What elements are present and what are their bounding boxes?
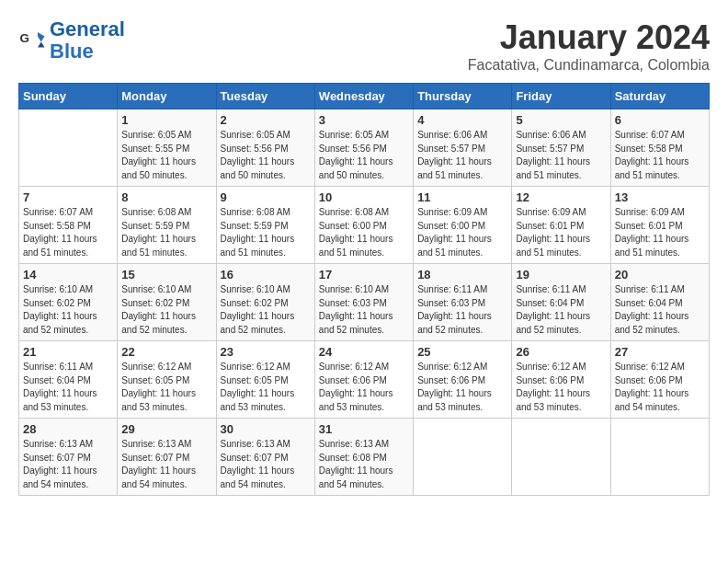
calendar-cell: 6Sunrise: 6:07 AM Sunset: 5:58 PM Daylig…	[610, 109, 709, 187]
day-number: 23	[221, 345, 311, 359]
day-info: Sunrise: 6:12 AM Sunset: 6:06 PM Dayligh…	[615, 361, 705, 414]
day-number: 19	[516, 268, 606, 282]
calendar-cell	[512, 419, 610, 496]
day-info: Sunrise: 6:08 AM Sunset: 5:59 PM Dayligh…	[121, 206, 211, 259]
day-info: Sunrise: 6:07 AM Sunset: 5:58 PM Dayligh…	[615, 129, 705, 182]
calendar-cell: 28Sunrise: 6:13 AM Sunset: 6:07 PM Dayli…	[19, 419, 118, 496]
page-header: G General Blue January 2024 Facatativa, …	[18, 18, 710, 74]
calendar-cell: 17Sunrise: 6:10 AM Sunset: 6:03 PM Dayli…	[314, 264, 413, 341]
day-number: 1	[121, 113, 211, 127]
day-number: 11	[417, 190, 507, 204]
calendar-cell: 21Sunrise: 6:11 AM Sunset: 6:04 PM Dayli…	[19, 341, 118, 419]
day-info: Sunrise: 6:05 AM Sunset: 5:56 PM Dayligh…	[221, 129, 311, 182]
day-number: 13	[615, 190, 705, 204]
svg-marker-1	[38, 32, 45, 42]
day-info: Sunrise: 6:12 AM Sunset: 6:05 PM Dayligh…	[121, 361, 211, 414]
day-number: 28	[23, 422, 113, 436]
day-info: Sunrise: 6:09 AM Sunset: 6:01 PM Dayligh…	[516, 206, 606, 259]
day-info: Sunrise: 6:09 AM Sunset: 6:01 PM Dayligh…	[615, 206, 705, 259]
col-wednesday: Wednesday	[314, 84, 413, 109]
day-number: 6	[615, 113, 705, 127]
col-sunday: Sunday	[19, 84, 118, 109]
month-title: January 2024	[468, 18, 710, 57]
day-info: Sunrise: 6:05 AM Sunset: 5:55 PM Dayligh…	[121, 129, 211, 182]
logo-text: General Blue	[50, 18, 125, 63]
calendar-cell: 13Sunrise: 6:09 AM Sunset: 6:01 PM Dayli…	[610, 187, 709, 264]
day-number: 12	[516, 190, 606, 204]
calendar-cell: 14Sunrise: 6:10 AM Sunset: 6:02 PM Dayli…	[19, 264, 118, 341]
calendar-cell	[414, 419, 512, 496]
day-number: 10	[319, 190, 409, 204]
day-number: 27	[615, 345, 705, 359]
day-info: Sunrise: 6:12 AM Sunset: 6:05 PM Dayligh…	[221, 361, 311, 414]
calendar-cell: 24Sunrise: 6:12 AM Sunset: 6:06 PM Dayli…	[314, 341, 413, 419]
day-number: 25	[417, 345, 507, 359]
day-info: Sunrise: 6:07 AM Sunset: 5:58 PM Dayligh…	[23, 206, 113, 259]
day-number: 9	[221, 190, 311, 204]
day-info: Sunrise: 6:11 AM Sunset: 6:04 PM Dayligh…	[23, 361, 113, 414]
col-thursday: Thursday	[414, 84, 512, 109]
day-info: Sunrise: 6:11 AM Sunset: 6:04 PM Dayligh…	[615, 283, 705, 337]
day-number: 15	[121, 268, 211, 282]
logo: G General Blue	[18, 18, 125, 63]
day-info: Sunrise: 6:10 AM Sunset: 6:02 PM Dayligh…	[121, 283, 211, 337]
calendar-week-row: 21Sunrise: 6:11 AM Sunset: 6:04 PM Dayli…	[19, 341, 710, 419]
day-info: Sunrise: 6:10 AM Sunset: 6:03 PM Dayligh…	[319, 283, 409, 337]
calendar-cell: 31Sunrise: 6:13 AM Sunset: 6:08 PM Dayli…	[314, 419, 413, 496]
calendar-cell	[19, 109, 118, 187]
calendar-cell: 8Sunrise: 6:08 AM Sunset: 5:59 PM Daylig…	[118, 187, 216, 264]
calendar-cell: 12Sunrise: 6:09 AM Sunset: 6:01 PM Dayli…	[512, 187, 610, 264]
calendar-cell: 26Sunrise: 6:12 AM Sunset: 6:06 PM Dayli…	[512, 341, 610, 419]
calendar-week-row: 1Sunrise: 6:05 AM Sunset: 5:55 PM Daylig…	[19, 109, 710, 187]
logo-line2: Blue	[50, 40, 94, 63]
day-info: Sunrise: 6:12 AM Sunset: 6:06 PM Dayligh…	[417, 361, 507, 414]
calendar-cell: 5Sunrise: 6:06 AM Sunset: 5:57 PM Daylig…	[512, 109, 610, 187]
calendar-cell: 25Sunrise: 6:12 AM Sunset: 6:06 PM Dayli…	[414, 341, 512, 419]
day-number: 5	[516, 113, 606, 127]
calendar-cell: 19Sunrise: 6:11 AM Sunset: 6:04 PM Dayli…	[512, 264, 610, 341]
day-info: Sunrise: 6:08 AM Sunset: 6:00 PM Dayligh…	[319, 206, 409, 259]
calendar-cell: 16Sunrise: 6:10 AM Sunset: 6:02 PM Dayli…	[216, 264, 314, 341]
calendar-table: Sunday Monday Tuesday Wednesday Thursday…	[18, 83, 710, 496]
day-number: 21	[23, 345, 113, 359]
day-number: 26	[516, 345, 606, 359]
col-friday: Friday	[512, 84, 610, 109]
day-info: Sunrise: 6:05 AM Sunset: 5:56 PM Dayligh…	[319, 129, 409, 182]
day-info: Sunrise: 6:10 AM Sunset: 6:02 PM Dayligh…	[221, 283, 311, 337]
calendar-cell: 9Sunrise: 6:08 AM Sunset: 5:59 PM Daylig…	[216, 187, 314, 264]
calendar-cell: 4Sunrise: 6:06 AM Sunset: 5:57 PM Daylig…	[414, 109, 512, 187]
day-number: 22	[121, 345, 211, 359]
logo-icon: G	[18, 27, 46, 54]
day-number: 8	[121, 190, 211, 204]
day-info: Sunrise: 6:13 AM Sunset: 6:08 PM Dayligh…	[319, 438, 409, 491]
calendar-week-row: 14Sunrise: 6:10 AM Sunset: 6:02 PM Dayli…	[19, 264, 710, 341]
day-number: 14	[23, 268, 113, 282]
day-number: 24	[319, 345, 409, 359]
day-number: 16	[221, 268, 311, 282]
day-info: Sunrise: 6:13 AM Sunset: 6:07 PM Dayligh…	[121, 438, 211, 491]
calendar-cell: 1Sunrise: 6:05 AM Sunset: 5:55 PM Daylig…	[118, 109, 216, 187]
day-info: Sunrise: 6:08 AM Sunset: 5:59 PM Dayligh…	[221, 206, 311, 259]
calendar-body: 1Sunrise: 6:05 AM Sunset: 5:55 PM Daylig…	[19, 109, 710, 496]
logo-line1: General	[50, 17, 125, 40]
day-number: 30	[221, 422, 311, 436]
calendar-cell: 30Sunrise: 6:13 AM Sunset: 6:07 PM Dayli…	[216, 419, 314, 496]
day-info: Sunrise: 6:09 AM Sunset: 6:00 PM Dayligh…	[417, 206, 507, 259]
day-info: Sunrise: 6:12 AM Sunset: 6:06 PM Dayligh…	[319, 361, 409, 414]
day-info: Sunrise: 6:13 AM Sunset: 6:07 PM Dayligh…	[23, 438, 113, 491]
day-number: 31	[319, 422, 409, 436]
calendar-cell: 18Sunrise: 6:11 AM Sunset: 6:03 PM Dayli…	[414, 264, 512, 341]
day-info: Sunrise: 6:10 AM Sunset: 6:02 PM Dayligh…	[23, 283, 113, 337]
calendar-week-row: 28Sunrise: 6:13 AM Sunset: 6:07 PM Dayli…	[19, 419, 710, 496]
day-number: 2	[221, 113, 311, 127]
calendar-cell: 20Sunrise: 6:11 AM Sunset: 6:04 PM Dayli…	[610, 264, 709, 341]
calendar-cell: 23Sunrise: 6:12 AM Sunset: 6:05 PM Dayli…	[216, 341, 314, 419]
col-monday: Monday	[118, 84, 216, 109]
calendar-cell: 22Sunrise: 6:12 AM Sunset: 6:05 PM Dayli…	[118, 341, 216, 419]
calendar-week-row: 7Sunrise: 6:07 AM Sunset: 5:58 PM Daylig…	[19, 187, 710, 264]
day-number: 20	[615, 268, 705, 282]
calendar-cell: 27Sunrise: 6:12 AM Sunset: 6:06 PM Dayli…	[610, 341, 709, 419]
title-block: January 2024 Facatativa, Cundinamarca, C…	[468, 18, 710, 74]
calendar-cell: 7Sunrise: 6:07 AM Sunset: 5:58 PM Daylig…	[19, 187, 118, 264]
day-info: Sunrise: 6:06 AM Sunset: 5:57 PM Dayligh…	[417, 129, 507, 182]
